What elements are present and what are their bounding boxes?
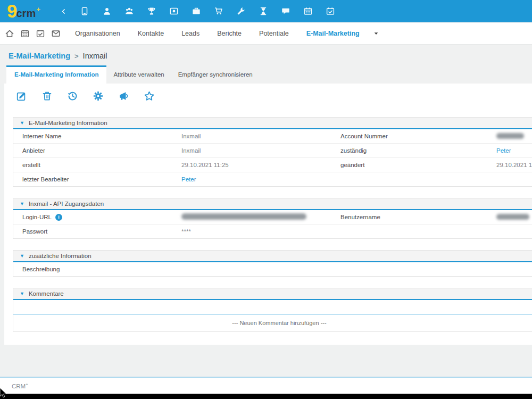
section-title: zusätzliche Information	[29, 253, 92, 259]
field-label-passwort: Passwort	[13, 225, 181, 238]
module-nav-bar: Organisationen Kontakte Leads Berichte P…	[0, 22, 532, 45]
field-label-zustaendig: zuständig	[340, 144, 496, 157]
field-row: Login-URL i Benutzername	[13, 210, 532, 225]
field-label-account-nummer: Account Nummer	[340, 129, 496, 143]
nav-item-organisationen[interactable]: Organisationen	[75, 30, 120, 37]
section-title: Inxmail - API Zugangsdaten	[29, 201, 104, 207]
footer-bar: CRM+	[0, 377, 532, 394]
breadcrumb-separator: >	[74, 52, 79, 60]
section-email-marketing-information: ▼ E-Mail-Marketing Information Interner …	[13, 117, 532, 187]
collapse-triangle-icon: ▼	[20, 292, 24, 296]
calendar-icon[interactable]	[303, 6, 313, 16]
field-row: erstellt 29.10.2021 11:25 geändert 29.10…	[13, 158, 532, 172]
nav-item-kontakte[interactable]: Kontakte	[138, 30, 164, 37]
logo-plus: +	[36, 6, 40, 13]
breadcrumb-zone: E-Mail-Marketing > Inxmail E-Mail-Market…	[0, 45, 532, 84]
wrench-icon[interactable]	[236, 6, 246, 16]
field-row: Passwort ****	[13, 225, 532, 238]
briefcase-icon[interactable]	[192, 6, 201, 16]
field-label-letzter-bearbeiter: letzter Bearbeiter	[13, 172, 181, 186]
section-header[interactable]: ▼ E-Mail-Marketing Information	[13, 118, 532, 129]
mouse-cursor-icon	[0, 388, 7, 398]
nav-quick-icons	[5, 29, 61, 38]
field-label-geaendert: geändert	[340, 158, 496, 172]
field-value-letzter-bearbeiter-link[interactable]: Peter	[181, 172, 340, 186]
field-value-anbieter: Inxmail	[181, 144, 340, 157]
field-label-benutzername: Benutzername	[340, 210, 496, 224]
logo-text: crm	[16, 8, 36, 19]
user-group-icon[interactable]	[124, 6, 134, 16]
delete-trash-icon[interactable]	[41, 90, 53, 102]
footer-brand: CRM+	[12, 382, 28, 389]
field-row: Beschreibung	[13, 262, 532, 276]
comment-list-empty	[13, 300, 532, 315]
section-title: E-Mail-Marketing Information	[29, 120, 107, 126]
topbar-icon-row	[60, 0, 335, 22]
gear-icon[interactable]	[93, 90, 104, 102]
nav-item-leads[interactable]: Leads	[181, 30, 200, 37]
cart-icon[interactable]	[214, 6, 223, 16]
footer-brand-text: CRM	[12, 383, 26, 389]
history-icon[interactable]	[67, 90, 78, 102]
field-label-interner-name: Interner Name	[13, 129, 181, 143]
section-inxmail-api-zugangsdaten: ▼ Inxmail - API Zugangsdaten Login-URL i…	[13, 198, 532, 239]
bottom-black-bar	[0, 394, 532, 399]
top-app-bar: 9crm+	[0, 0, 532, 22]
field-value-login-url	[181, 210, 340, 224]
section-kommentare: ▼ Kommentare --- Neuen Kommentar hinzufü…	[13, 288, 532, 332]
record-tabs: E-Mail-Marketing Information Attribute v…	[6, 65, 260, 84]
breadcrumb-current: Inxmail	[83, 52, 107, 60]
redacted-value	[496, 214, 529, 220]
nav-item-berichte[interactable]: Berichte	[217, 30, 242, 37]
field-value-interner-name: Inxmail	[181, 129, 340, 143]
trophy-icon[interactable]	[147, 6, 156, 16]
tab-empfaenger-synchronisieren[interactable]: Empfänger synchronisieren	[171, 66, 260, 84]
calendar-check-icon[interactable]	[326, 6, 335, 16]
field-value-geaendert: 29.10.2021 11:25	[496, 158, 532, 172]
module-menu: Organisationen Kontakte Leads Berichte P…	[75, 30, 379, 37]
chevron-left-icon[interactable]	[60, 8, 67, 15]
megaphone-icon[interactable]	[118, 90, 129, 102]
calendar-icon[interactable]	[20, 29, 30, 38]
tab-attribute-verwalten[interactable]: Attribute verwalten	[106, 66, 171, 84]
nav-item-potentiale[interactable]: Potentiale	[259, 30, 289, 37]
field-label-beschreibung: Beschreibung	[13, 262, 181, 276]
collapse-triangle-icon: ▼	[20, 121, 24, 126]
section-title: Kommentare	[29, 290, 64, 297]
tab-email-marketing-information[interactable]: E-Mail-Marketing Information	[6, 65, 106, 84]
field-label-erstellt: erstellt	[13, 158, 181, 172]
breadcrumb-parent-link[interactable]: E-Mail-Marketing	[9, 52, 70, 60]
camera-screen-icon[interactable]	[169, 6, 179, 16]
chat-icon[interactable]	[281, 6, 290, 16]
home-icon[interactable]	[5, 29, 14, 38]
record-toolbar	[4, 84, 532, 102]
collapse-triangle-icon: ▼	[20, 254, 24, 259]
edit-icon[interactable]	[16, 90, 27, 102]
section-header[interactable]: ▼ Kommentare	[13, 288, 532, 300]
redacted-value	[181, 213, 306, 220]
breadcrumb: E-Mail-Marketing > Inxmail	[0, 45, 532, 60]
section-zusaetzliche-information: ▼ zusätzliche Information Beschreibung	[13, 250, 532, 277]
mail-icon[interactable]	[51, 29, 61, 38]
section-header[interactable]: ▼ zusätzliche Information	[13, 251, 532, 262]
field-value-account-nummer	[496, 129, 532, 143]
star-icon[interactable]	[144, 90, 155, 102]
field-row: letzter Bearbeiter Peter	[13, 172, 532, 186]
field-value-passwort: ****	[181, 225, 340, 238]
nav-item-email-marketing[interactable]: E-Mail-Marketing	[306, 30, 360, 37]
field-value-erstellt: 29.10.2021 11:25	[181, 158, 340, 172]
calendar-check-icon[interactable]	[36, 29, 45, 38]
nav-more-caret-icon[interactable]	[373, 30, 379, 37]
info-icon[interactable]: i	[55, 214, 62, 221]
app-logo[interactable]: 9crm+	[7, 2, 40, 20]
record-detail-panel: ▼ E-Mail-Marketing Information Interner …	[4, 84, 532, 345]
hourglass-icon[interactable]	[259, 6, 268, 16]
user-icon[interactable]	[102, 6, 112, 16]
section-header[interactable]: ▼ Inxmail - API Zugangsdaten	[13, 198, 532, 210]
collapse-triangle-icon: ▼	[20, 202, 24, 206]
field-row: Interner Name Inxmail Account Nummer	[13, 129, 532, 144]
add-comment-button[interactable]: --- Neuen Kommentar hinzufügen ---	[13, 315, 532, 331]
tablet-icon[interactable]	[80, 6, 89, 16]
field-value-zustaendig-link[interactable]: Peter	[496, 144, 532, 157]
field-label-login-url: Login-URL i	[13, 210, 181, 224]
